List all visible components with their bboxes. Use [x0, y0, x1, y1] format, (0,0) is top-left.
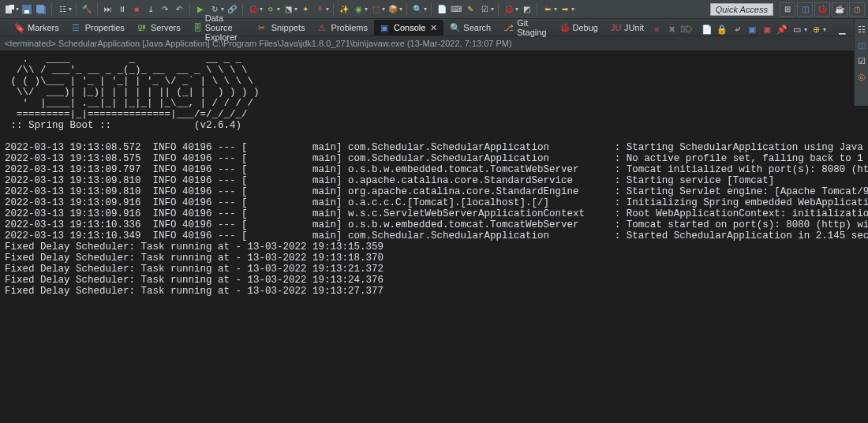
pause-icon[interactable]: ⏸	[116, 3, 129, 16]
console-output[interactable]: . ____ _ __ _ _ /\\ / ___'_ __ _ _(_)_ _…	[0, 51, 868, 300]
tab-junit[interactable]: JUJUnit	[604, 20, 650, 36]
debug-icon: 🐞	[559, 23, 570, 33]
tab-label: Git Staging	[517, 18, 546, 37]
quick-access[interactable]: Quick Access	[710, 3, 773, 16]
word-wrap-button[interactable]: ⤶	[731, 23, 743, 36]
dropdown-icon[interactable]: ▾	[294, 6, 297, 13]
wizard-icon[interactable]: ✨	[338, 3, 350, 16]
run-icon[interactable]: ⭘	[264, 3, 277, 16]
tab-markers[interactable]: 🔖Markers	[8, 20, 65, 36]
open-type-icon[interactable]: 📄	[436, 3, 448, 16]
dropdown-icon[interactable]: ▾	[69, 6, 72, 13]
dropdown-icon[interactable]: ▾	[571, 6, 574, 13]
dropdown-icon[interactable]: ▾	[804, 26, 807, 33]
tab-dse[interactable]: 🗄Data Source Explorer	[187, 20, 252, 36]
dropdown-icon[interactable]: ▾	[823, 26, 826, 33]
tasklist-trim-icon[interactable]: ☑	[856, 55, 867, 66]
remove-launch-button[interactable]: ✖	[665, 23, 678, 36]
switch-icon[interactable]: ☷	[56, 3, 69, 16]
close-icon[interactable]: ✕	[430, 23, 437, 33]
perspective-java-ee[interactable]: ◫	[797, 2, 813, 17]
remove-all-button[interactable]: ⌦	[680, 23, 693, 36]
step-icon[interactable]: ⤓	[144, 3, 157, 16]
dropdown-icon[interactable]: ▾	[399, 6, 402, 13]
debug-persp-icon[interactable]: 🐞	[503, 3, 515, 16]
dropdown-icon[interactable]: ▾	[382, 6, 385, 13]
launch-description: <terminated> SchedularApplication [Java …	[0, 36, 868, 51]
junit-icon: JU	[611, 23, 621, 33]
show-console-on-out-button[interactable]: ▣	[746, 23, 758, 36]
dropdown-icon[interactable]: ▾	[365, 6, 368, 13]
ext-tool-icon[interactable]: ⚘	[313, 3, 326, 16]
tab-search[interactable]: 🔍Search	[443, 20, 497, 36]
new-icon[interactable]	[3, 3, 16, 16]
problems-icon: ⚠	[318, 23, 328, 33]
task-icon[interactable]: ☑	[478, 3, 491, 16]
tab-console[interactable]: ▣Console✕	[374, 20, 443, 36]
forward-icon[interactable]: ➡	[559, 3, 571, 16]
open-task-icon[interactable]: ⌨	[450, 3, 462, 16]
open-console-button[interactable]: ⊕	[810, 23, 822, 36]
tab-label: Problems	[331, 23, 368, 32]
terminate-button[interactable]: ■	[650, 23, 663, 36]
dropdown-icon[interactable]: ▾	[515, 6, 518, 13]
stepreturn-icon[interactable]: ↶	[173, 3, 185, 16]
search-icon[interactable]: 🔍	[411, 3, 424, 16]
new-class-icon[interactable]: ◉	[352, 3, 365, 16]
display-selected-button[interactable]: ▭	[791, 23, 803, 36]
dropdown-icon[interactable]: ▾	[277, 6, 280, 13]
clear-console-button[interactable]: 📄	[701, 23, 713, 36]
tab-label: Markers	[28, 23, 59, 32]
pin-console-button[interactable]: 📌	[776, 23, 788, 36]
tab-label: Console	[394, 23, 425, 32]
new-pkg-icon[interactable]: 📦	[387, 3, 399, 16]
back-icon[interactable]: ⬅	[541, 3, 554, 16]
tab-label: JUnit	[624, 23, 644, 32]
save-all-icon[interactable]	[35, 3, 47, 16]
svg-rect-1	[9, 5, 14, 9]
tab-properties[interactable]: ☰Properties	[65, 20, 131, 36]
search-trim-icon[interactable]: ◎	[856, 71, 867, 82]
stop-icon[interactable]: ■	[130, 3, 143, 16]
build-icon[interactable]: 🔨	[80, 3, 93, 16]
scroll-lock-button[interactable]: 🔒	[716, 23, 728, 36]
view-tab-bar: 🔖Markers☰Properties🖳Servers🗄Data Source …	[0, 19, 868, 36]
skip-icon[interactable]: ⏭	[102, 3, 114, 16]
tests-icon[interactable]: ◩	[520, 3, 533, 16]
tab-servers[interactable]: 🖳Servers	[131, 20, 187, 36]
dropdown-icon[interactable]: ▾	[424, 6, 427, 13]
perspective-debug[interactable]: 🐞	[814, 2, 830, 17]
perspective-java[interactable]: ☕	[832, 2, 847, 17]
main-toolbar: ▾ ☷▾ 🔨 ⏭ ⏸ ■ ⤓ ↷ ↶ ▶ ↻▾ 🔗 🐞▾ ⭘▾ ⬔▾ ✦ ⚘▾ …	[0, 0, 868, 19]
tab-snippets[interactable]: ✂Snippets	[252, 20, 312, 36]
dropdown-icon[interactable]: ▾	[554, 6, 557, 13]
perspective-switcher: ⊞ ◫ 🐞 ☕ ◷	[780, 2, 865, 17]
tab-debug[interactable]: 🐞Debug	[553, 20, 604, 36]
tab-label: Search	[463, 23, 491, 32]
console-icon: ▣	[380, 23, 391, 33]
servers-icon: 🖳	[137, 23, 148, 33]
dropdown-icon[interactable]: ▾	[260, 6, 263, 13]
perspective-git[interactable]: ◷	[849, 2, 865, 17]
open-perspective-button[interactable]: ⊞	[780, 2, 795, 17]
svg-rect-5	[36, 5, 44, 13]
new-plugin-icon[interactable]: ⬚	[369, 3, 382, 16]
dropdown-icon[interactable]: ▾	[326, 6, 329, 13]
coverage-trim-icon[interactable]: ☷	[856, 24, 867, 35]
dropdown-icon[interactable]: ▾	[491, 6, 494, 13]
dropdown-icon[interactable]: ▾	[16, 6, 19, 13]
git-icon: ⎇	[503, 23, 514, 33]
tab-problems[interactable]: ⚠Problems	[312, 20, 374, 36]
profile-icon[interactable]: ✦	[299, 3, 312, 16]
outline-trim-icon[interactable]: ◫	[856, 39, 867, 51]
tab-git[interactable]: ⎇Git Staging	[497, 20, 552, 36]
save-icon[interactable]	[21, 3, 33, 16]
stepover-icon[interactable]: ↷	[159, 3, 171, 16]
coverage-icon[interactable]: ⬔	[282, 3, 294, 16]
dropdown-icon[interactable]: ▾	[221, 6, 224, 13]
debug-icon[interactable]: 🐞	[247, 3, 260, 16]
annotations-icon[interactable]: ✎	[464, 3, 477, 16]
svg-rect-3	[24, 10, 29, 13]
show-console-on-err-button[interactable]: ▣	[761, 23, 773, 36]
minimize-view-button[interactable]: ▁	[836, 23, 848, 36]
